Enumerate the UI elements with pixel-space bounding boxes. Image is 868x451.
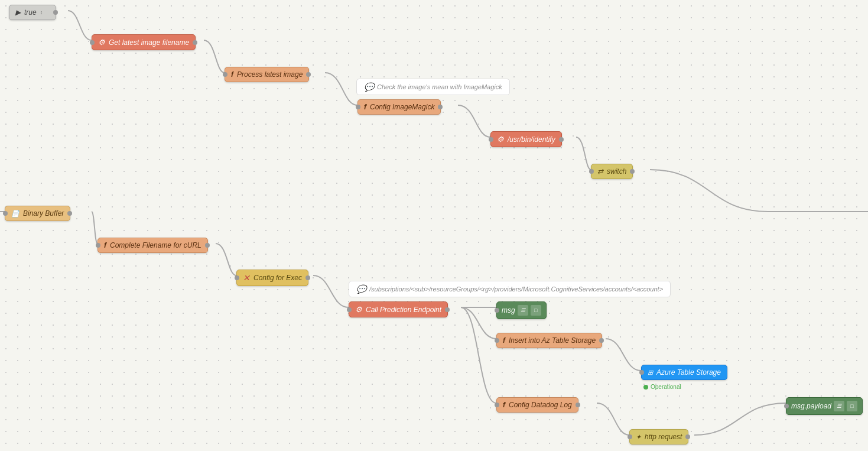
inject-config-icon: ↕: [40, 9, 43, 15]
status-dot: [643, 385, 648, 390]
binary-buffer-label: Binary Buffer: [23, 209, 64, 218]
switch-icon: ⇄: [597, 167, 603, 176]
config-imagemagick-node[interactable]: f Config ImageMagick: [357, 99, 441, 115]
complete-filename-label: Complete Filename for cURL: [110, 241, 201, 249]
comment-icon: 💬: [364, 82, 374, 92]
gear-icon: ⚙: [98, 38, 105, 47]
subscriptions-comment: 💬 /subscriptions/<sub>/resourceGroups/<r…: [349, 281, 671, 297]
config-imagemagick-label: Config ImageMagick: [370, 103, 434, 111]
complete-filename-node[interactable]: f Complete Filename for cURL: [97, 238, 208, 253]
inject-node[interactable]: ▶ true ↕: [9, 5, 56, 20]
http-icon: ✦: [636, 433, 641, 441]
azure-storage-container: ⊞ Azure Table Storage Operational: [641, 365, 727, 380]
debug-square-icon[interactable]: □: [531, 305, 541, 316]
switch-node[interactable]: ⇄ switch: [591, 164, 633, 179]
config-datadog-label: Config Datadog Log: [509, 401, 572, 409]
get-latest-label: Get latest image filename: [109, 38, 189, 47]
http-request-label: http request: [645, 433, 682, 441]
buffer-icon: 📄: [11, 210, 19, 218]
inject-label: true: [24, 8, 37, 17]
check-image-label: Check the image's mean with ImageMagick: [377, 83, 502, 90]
call-prediction-label: Call Prediction Endpoint: [366, 306, 441, 314]
config-datadog-node[interactable]: f Config Datadog Log: [496, 397, 578, 413]
process-latest-node[interactable]: f Process latest image: [225, 67, 309, 82]
switch-label: switch: [607, 167, 626, 176]
config-exec-node[interactable]: ✕ Config for Exec: [236, 270, 308, 286]
msg-payload-debug-node[interactable]: msg.payload ☰ □: [786, 397, 863, 415]
process-latest-label: Process latest image: [237, 70, 303, 79]
usr-bin-node[interactable]: ⚙ /usr/bin/identify: [490, 131, 562, 147]
subscriptions-label: /subscriptions/<sub>/resourceGroups/<rg>…: [369, 285, 663, 293]
function-icon-2: f: [364, 103, 366, 111]
insert-az-label: Insert into Az Table Storage: [509, 336, 596, 345]
function-icon-5: f: [503, 401, 505, 409]
azure-storage-label: Azure Table Storage: [656, 368, 721, 377]
binary-buffer-node[interactable]: 📄 Binary Buffer: [5, 206, 70, 221]
insert-az-node[interactable]: f Insert into Az Table Storage: [496, 333, 602, 348]
azure-status: Operational: [643, 384, 681, 390]
cross-icon: ✕: [243, 273, 250, 283]
debug-payload-square-icon[interactable]: □: [847, 401, 857, 411]
check-image-comment: 💬 Check the image's mean with ImageMagic…: [356, 79, 510, 95]
function-icon-4: f: [503, 336, 505, 345]
function-icon: f: [231, 70, 233, 79]
debug-list-icon[interactable]: ☰: [518, 305, 528, 316]
call-prediction-node[interactable]: ⚙ Call Prediction Endpoint: [349, 301, 448, 317]
gear-icon-2: ⚙: [497, 135, 504, 144]
comment-icon-2: 💬: [356, 284, 366, 294]
inject-icon: ▶: [15, 8, 21, 17]
azure-storage-node[interactable]: ⊞ Azure Table Storage: [641, 365, 727, 380]
config-exec-label: Config for Exec: [253, 274, 302, 282]
msg-payload-label: msg.payload: [791, 402, 831, 410]
debug-payload-list-icon[interactable]: ☰: [834, 401, 844, 411]
function-icon-3: f: [104, 241, 106, 249]
get-latest-node[interactable]: ⚙ Get latest image filename: [92, 34, 196, 50]
azure-status-label: Operational: [651, 384, 681, 390]
azure-grid-icon: ⊞: [648, 369, 653, 377]
msg-label: msg: [502, 306, 515, 314]
http-request-node[interactable]: ✦ http request: [629, 429, 688, 444]
gear-icon-3: ⚙: [355, 305, 362, 314]
msg-debug-node[interactable]: msg ☰ □: [496, 301, 547, 319]
usr-bin-label: /usr/bin/identify: [508, 135, 555, 144]
connections-layer: [0, 0, 868, 451]
